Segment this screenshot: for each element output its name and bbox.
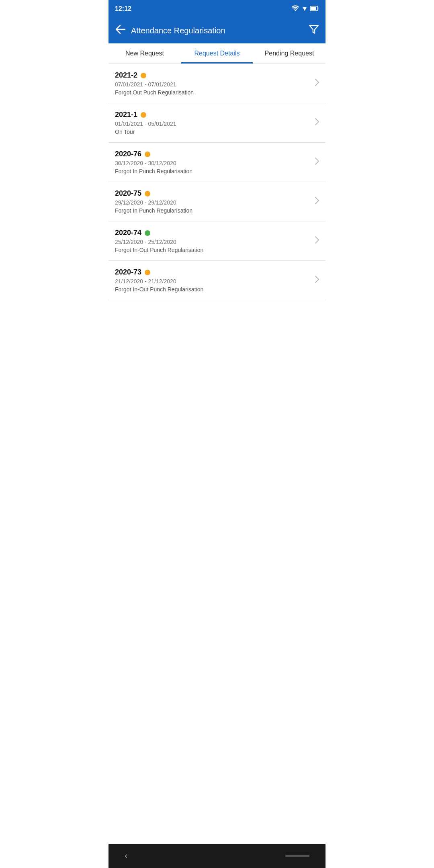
- svg-marker-2: [309, 25, 318, 33]
- request-list: 2021-2 07/01/2021 - 07/01/2021 Forgot Ou…: [108, 64, 326, 844]
- request-date: 01/01/2021 - 05/01/2021: [115, 121, 312, 127]
- nav-back-button[interactable]: ‹: [125, 851, 127, 861]
- request-type: Forgot In-Out Punch Regularisation: [115, 247, 312, 253]
- list-item[interactable]: 2020-74 25/12/2020 - 25/12/2020 Forgot I…: [108, 221, 326, 261]
- status-dot: [141, 73, 146, 78]
- chevron-right-icon: [315, 276, 319, 285]
- request-id: 2021-2: [115, 71, 137, 80]
- request-header: 2020-75: [115, 189, 312, 198]
- request-type: Forgot Out Puch Regularisation: [115, 89, 312, 96]
- tab-request-details[interactable]: Request Details: [181, 43, 253, 63]
- battery-icon: [310, 5, 319, 12]
- request-type: Forgot In-Out Punch Regularisation: [115, 286, 312, 293]
- request-date: 29/12/2020 - 29/12/2020: [115, 199, 312, 206]
- request-content: 2020-76 30/12/2020 - 30/12/2020 Forgot I…: [115, 150, 312, 174]
- status-dot: [145, 230, 150, 236]
- bottom-nav: ‹: [108, 844, 326, 868]
- app-bar-left: Attendance Regularisation: [115, 25, 225, 37]
- filter-icon[interactable]: [309, 24, 319, 37]
- request-id: 2020-76: [115, 150, 141, 158]
- request-header: 2021-1: [115, 111, 312, 119]
- request-content: 2020-74 25/12/2020 - 25/12/2020 Forgot I…: [115, 229, 312, 253]
- chevron-right-icon: [315, 158, 319, 167]
- list-item[interactable]: 2020-75 29/12/2020 - 29/12/2020 Forgot I…: [108, 182, 326, 221]
- list-item[interactable]: 2020-76 30/12/2020 - 30/12/2020 Forgot I…: [108, 143, 326, 182]
- request-id: 2020-73: [115, 268, 141, 276]
- app-bar: Attendance Regularisation: [108, 18, 326, 43]
- request-type: On Tour: [115, 129, 312, 135]
- tab-new-request[interactable]: New Request: [108, 43, 181, 63]
- request-type: Forgot In Punch Regularisation: [115, 168, 312, 174]
- request-id: 2021-1: [115, 111, 137, 119]
- request-date: 25/12/2020 - 25/12/2020: [115, 239, 312, 245]
- request-date: 21/12/2020 - 21/12/2020: [115, 278, 312, 285]
- tab-pending-request[interactable]: Pending Request: [253, 43, 326, 63]
- request-content: 2020-73 21/12/2020 - 21/12/2020 Forgot I…: [115, 268, 312, 293]
- request-header: 2021-2: [115, 71, 312, 80]
- list-item[interactable]: 2021-1 01/01/2021 - 05/01/2021 On Tour: [108, 103, 326, 143]
- list-item[interactable]: 2021-2 07/01/2021 - 07/01/2021 Forgot Ou…: [108, 64, 326, 103]
- signal-icon: [292, 5, 299, 13]
- request-date: 07/01/2021 - 07/01/2021: [115, 81, 312, 88]
- status-dot: [145, 270, 150, 275]
- app-title: Attendance Regularisation: [131, 26, 225, 35]
- status-icons: ▼: [292, 5, 319, 13]
- wifi-icon: ▼: [301, 5, 308, 12]
- chevron-right-icon: [315, 118, 319, 127]
- status-time: 12:12: [115, 5, 131, 12]
- request-header: 2020-76: [115, 150, 312, 158]
- status-dot: [145, 191, 150, 197]
- request-id: 2020-75: [115, 189, 141, 198]
- request-type: Forgot In Punch Regularisation: [115, 207, 312, 214]
- chevron-right-icon: [315, 197, 319, 206]
- request-content: 2021-1 01/01/2021 - 05/01/2021 On Tour: [115, 111, 312, 135]
- request-id: 2020-74: [115, 229, 141, 237]
- chevron-right-icon: [315, 79, 319, 88]
- status-bar: 12:12 ▼: [108, 0, 326, 18]
- tabs-container: New Request Request Details Pending Requ…: [108, 43, 326, 64]
- request-header: 2020-74: [115, 229, 312, 237]
- request-date: 30/12/2020 - 30/12/2020: [115, 160, 312, 166]
- chevron-right-icon: [315, 236, 319, 246]
- request-header: 2020-73: [115, 268, 312, 276]
- status-dot: [141, 112, 146, 118]
- request-content: 2020-75 29/12/2020 - 29/12/2020 Forgot I…: [115, 189, 312, 214]
- request-content: 2021-2 07/01/2021 - 07/01/2021 Forgot Ou…: [115, 71, 312, 96]
- nav-home-bar[interactable]: [285, 855, 309, 857]
- status-dot: [145, 151, 150, 157]
- list-item[interactable]: 2020-73 21/12/2020 - 21/12/2020 Forgot I…: [108, 261, 326, 300]
- back-button[interactable]: [115, 25, 126, 37]
- svg-rect-1: [311, 7, 316, 10]
